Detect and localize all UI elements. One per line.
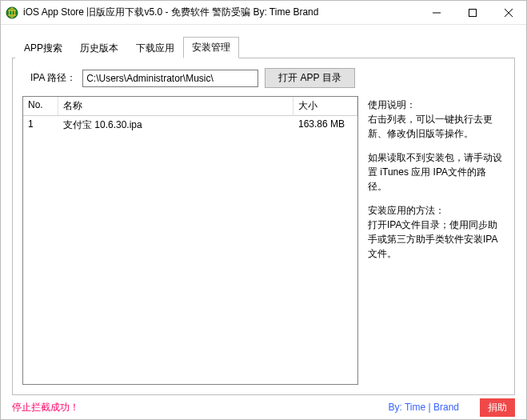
maximize-button[interactable] — [454, 1, 490, 25]
close-button[interactable] — [490, 1, 526, 25]
tab-strip: APP搜索 历史版本 下载应用 安装管理 — [1, 25, 526, 58]
tab-app-search[interactable]: APP搜索 — [15, 38, 71, 58]
open-app-dir-button[interactable]: 打开 APP 目录 — [265, 68, 354, 88]
tab-install-manage[interactable]: 安装管理 — [183, 37, 239, 58]
tab-page-install: IPA 路径： 打开 APP 目录 No. 名称 大小 1 支付宝 10.6.3… — [12, 58, 515, 395]
col-header-size[interactable]: 大小 — [293, 97, 357, 115]
minimize-button[interactable] — [418, 1, 454, 25]
status-bar: 停止拦截成功！ By: Time | Brand 捐助 — [1, 395, 526, 419]
window-title: iOS App Store 旧版应用下载v5.0 - 免费软件 警防受骗 By:… — [23, 6, 318, 19]
ipa-path-label: IPA 路径： — [30, 71, 76, 85]
col-header-name[interactable]: 名称 — [58, 97, 293, 115]
tab-history[interactable]: 历史版本 — [71, 38, 127, 58]
window-titlebar: iOS App Store 旧版应用下载v5.0 - 免费软件 警防受骗 By:… — [1, 1, 526, 25]
cell-size: 163.86 MB — [293, 116, 357, 134]
cell-name: 支付宝 10.6.30.ipa — [58, 116, 293, 134]
app-icon — [6, 6, 18, 19]
svg-rect-3 — [469, 9, 476, 16]
ipa-path-input[interactable] — [82, 70, 258, 87]
col-header-no[interactable]: No. — [23, 97, 58, 115]
table-row[interactable]: 1 支付宝 10.6.30.ipa 163.86 MB — [23, 116, 357, 134]
ipa-path-row: IPA 路径： 打开 APP 目录 — [30, 68, 505, 88]
list-header: No. 名称 大小 — [23, 97, 357, 116]
cell-no: 1 — [23, 116, 58, 134]
donate-button[interactable]: 捐助 — [480, 398, 515, 417]
tab-download[interactable]: 下载应用 — [127, 38, 183, 58]
instructions-install: 安装应用的方法： 打开IPA文件目录；使用同步助手或第三方助手类软件安装IPA文… — [368, 203, 505, 261]
instructions-path-hint: 如果读取不到安装包，请手动设置 iTunes 应用 IPA文件的路径。 — [368, 150, 505, 194]
ipa-list[interactable]: No. 名称 大小 1 支付宝 10.6.30.ipa 163.86 MB — [22, 96, 358, 385]
byline-link[interactable]: By: Time | Brand — [389, 402, 459, 413]
instructions-usage: 使用说明： 右击列表，可以一键执行去更新、修改伪旧版等操作。 — [368, 98, 505, 141]
instructions-panel: 使用说明： 右击列表，可以一键执行去更新、修改伪旧版等操作。 如果读取不到安装包… — [366, 96, 505, 385]
status-text: 停止拦截成功！ — [12, 401, 79, 414]
